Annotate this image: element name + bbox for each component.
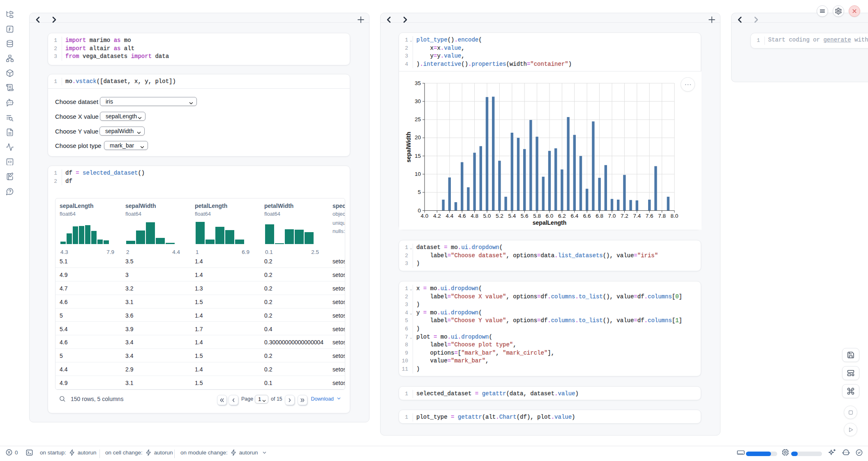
svg-text:6.2: 6.2 bbox=[558, 213, 566, 219]
svg-text:sepalLength: sepalLength bbox=[533, 219, 566, 226]
svg-text:7.4: 7.4 bbox=[633, 213, 641, 219]
svg-text:5.2: 5.2 bbox=[496, 213, 503, 219]
svg-text:30: 30 bbox=[415, 98, 421, 104]
svg-text:4.8: 4.8 bbox=[471, 213, 478, 219]
svg-text:5: 5 bbox=[418, 189, 421, 196]
svg-text:5.0: 5.0 bbox=[483, 213, 491, 219]
svg-text:sepalWidth: sepalWidth bbox=[405, 132, 412, 163]
svg-text:7.0: 7.0 bbox=[608, 213, 616, 219]
svg-text:6.4: 6.4 bbox=[570, 213, 578, 219]
svg-text:35: 35 bbox=[415, 80, 421, 86]
svg-text:7.2: 7.2 bbox=[621, 213, 628, 219]
svg-text:4.0: 4.0 bbox=[421, 213, 429, 219]
svg-text:5.8: 5.8 bbox=[533, 213, 541, 219]
svg-text:7.8: 7.8 bbox=[658, 213, 666, 219]
svg-text:8.0: 8.0 bbox=[671, 213, 679, 219]
svg-text:15: 15 bbox=[415, 153, 421, 159]
svg-text:5.4: 5.4 bbox=[508, 213, 516, 219]
svg-text:20: 20 bbox=[415, 135, 421, 141]
svg-text:10: 10 bbox=[415, 171, 421, 177]
svg-text:5.6: 5.6 bbox=[521, 213, 529, 219]
svg-text:7.6: 7.6 bbox=[646, 213, 653, 219]
svg-text:6.6: 6.6 bbox=[583, 213, 591, 219]
svg-text:6.8: 6.8 bbox=[596, 213, 603, 219]
svg-text:6.0: 6.0 bbox=[546, 213, 554, 219]
svg-text:4.6: 4.6 bbox=[458, 213, 466, 219]
svg-text:25: 25 bbox=[415, 116, 421, 122]
svg-text:4.4: 4.4 bbox=[446, 213, 453, 219]
svg-text:4.2: 4.2 bbox=[433, 213, 441, 219]
